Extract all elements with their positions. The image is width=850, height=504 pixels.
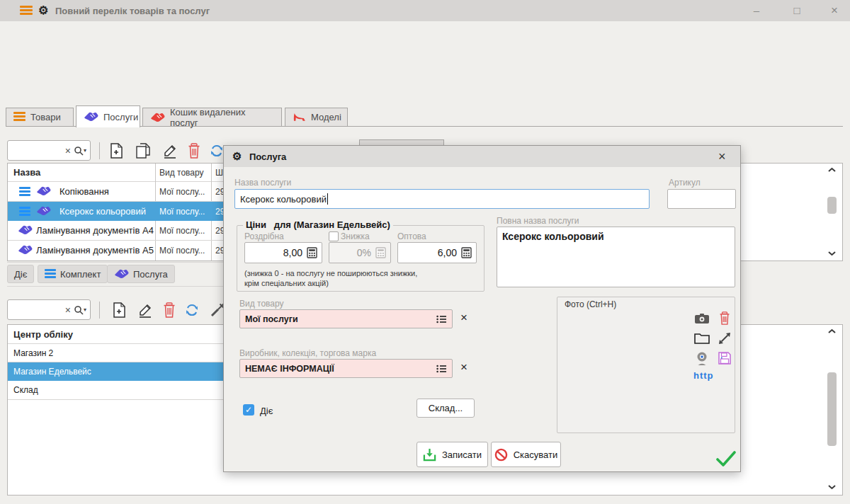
handshake-purple-icon <box>36 186 51 196</box>
filter-active-button[interactable]: Діє <box>7 265 34 283</box>
retail-price-label: Роздрібна <box>244 231 284 241</box>
services-search-clear-icon[interactable]: × <box>65 145 71 156</box>
service-type: Мої послу... <box>159 221 205 240</box>
app-list-icon <box>20 6 33 16</box>
tab-deleted-services[interactable]: Кошик видалених послуг <box>142 108 282 126</box>
calculator-icon <box>375 247 386 258</box>
brand-combo[interactable]: НЕМАЄ ІНФОРМАЦІЇ <box>239 359 453 378</box>
discount-value: 0% <box>357 247 371 258</box>
services-search-dropdown-icon[interactable]: ▾ <box>84 147 86 154</box>
scrollbar-thumb[interactable] <box>827 372 837 446</box>
service-copy-button[interactable] <box>134 142 152 160</box>
handshake-purple-icon <box>114 269 129 279</box>
brand-clear-button[interactable]: × <box>460 362 468 373</box>
cancel-button[interactable]: Скасувати <box>491 442 561 467</box>
maximize-button[interactable]: □ <box>786 0 808 21</box>
close-button[interactable]: × <box>824 0 845 21</box>
centers-search-icon[interactable] <box>74 305 84 315</box>
discount-checkbox[interactable] <box>329 231 339 241</box>
tab-services[interactable]: Послуги <box>76 105 140 127</box>
dialog-close-button[interactable]: × <box>718 149 726 164</box>
goods-list-icon <box>13 112 26 122</box>
wholesale-price-input[interactable]: 6,00 <box>397 242 477 263</box>
filter-service-label: Послуга <box>133 269 168 280</box>
discount-note: (знижка 0 - на послугу не поширюються зн… <box>244 268 417 288</box>
tab-goods-label: Товари <box>30 112 61 122</box>
product-type-combo[interactable]: Мої послуги <box>239 309 453 328</box>
tab-deleted-services-label: Кошик видалених послуг <box>170 107 274 128</box>
folder-icon[interactable] <box>693 330 710 347</box>
discount-input[interactable]: 0% <box>329 242 391 263</box>
tab-models[interactable]: Моделі <box>285 108 348 126</box>
service-name-input[interactable]: Ксерокс кольоровий <box>234 189 650 209</box>
centers-search-dropdown-icon[interactable]: ▾ <box>84 307 86 313</box>
product-type-clear-button[interactable]: × <box>460 312 468 323</box>
service-name-label: Назва послуги <box>234 178 291 188</box>
product-type-value: Мої послуги <box>245 314 436 324</box>
http-link[interactable]: http <box>693 370 714 381</box>
calculator-icon[interactable] <box>461 247 472 258</box>
filter-service-button[interactable]: Послуга <box>107 265 175 283</box>
stock-button-label: Склад... <box>429 403 463 413</box>
scrollbar-up-icon[interactable] <box>827 328 837 334</box>
scrollbar-down-icon[interactable] <box>827 484 837 490</box>
confirm-check-icon[interactable] <box>715 450 737 467</box>
shoe-icon <box>293 113 306 122</box>
centers-search-clear-icon[interactable]: × <box>65 304 71 316</box>
center-delete-button[interactable] <box>160 301 178 319</box>
app-window: ⚙ Повний перелік товарів та послуг – □ ×… <box>0 0 850 504</box>
sku-input[interactable] <box>667 189 736 209</box>
service-add-button[interactable] <box>107 142 125 160</box>
window-title: Повний перелік товарів та послуг <box>55 6 210 16</box>
minimize-button[interactable]: – <box>746 0 767 21</box>
centers-search-input[interactable] <box>11 304 62 316</box>
active-checkbox[interactable]: ✓ <box>243 404 254 416</box>
center-edit-button[interactable] <box>136 301 154 319</box>
filter-bundle-button[interactable]: Комплект <box>38 265 108 283</box>
brand-value: НЕМАЄ ІНФОРМАЦІЇ <box>245 364 436 374</box>
photo-group: Фото (Ctrl+H) http <box>557 297 735 433</box>
save-button[interactable]: Записати <box>416 442 488 467</box>
service-type: Мої послу... <box>159 241 205 260</box>
handshake-purple-icon <box>18 245 33 255</box>
toolbar-separator <box>99 302 100 319</box>
center-add-button[interactable] <box>110 301 128 319</box>
combo-list-icon[interactable] <box>436 314 447 324</box>
wholesale-price-label: Оптова <box>397 231 426 241</box>
column-header-name[interactable]: Назва <box>13 164 40 181</box>
tab-services-label: Послуги <box>103 112 138 122</box>
services-search-input[interactable] <box>11 145 62 156</box>
dialog-gear-icon: ⚙ <box>232 150 242 163</box>
services-search-icon[interactable] <box>74 146 84 156</box>
filter-active-label: Діє <box>14 269 27 280</box>
tab-goods[interactable]: Товари <box>6 108 74 126</box>
full-name-textarea[interactable]: Ксерокс кольоровий <box>497 227 735 287</box>
save-photo-icon[interactable] <box>716 350 733 367</box>
cancel-button-label: Скасувати <box>514 449 558 460</box>
combo-list-icon[interactable] <box>436 364 447 374</box>
scrollbar-up-icon[interactable] <box>827 167 837 173</box>
calculator-icon[interactable] <box>307 247 317 258</box>
service-edit-button[interactable] <box>161 142 179 160</box>
retail-price-input[interactable]: 8,00 <box>244 242 322 263</box>
column-header-type[interactable]: Вид товару <box>159 164 204 181</box>
cancel-icon <box>494 448 508 462</box>
bundle-list-icon <box>45 269 56 280</box>
expand-icon[interactable] <box>716 330 733 347</box>
service-delete-button[interactable] <box>185 142 203 160</box>
tab-models-label: Моделі <box>311 112 341 122</box>
center-refresh-button[interactable] <box>183 301 201 319</box>
service-type: Мої послу... <box>159 182 205 201</box>
centers-search: × ▾ <box>7 299 91 320</box>
scrollbar-down-icon[interactable] <box>827 251 837 256</box>
services-search: × ▾ <box>7 140 91 161</box>
webcam-icon[interactable] <box>693 350 710 367</box>
photo-delete-icon[interactable] <box>716 309 733 326</box>
column-header-center[interactable]: Центр обліку <box>13 325 73 343</box>
camera-icon[interactable] <box>693 310 710 327</box>
scrollbar-thumb[interactable] <box>827 197 837 214</box>
app-gear-icon: ⚙ <box>38 4 48 17</box>
service-name: Ламінування документів А5 <box>36 241 154 260</box>
dialog-title: Послуга <box>249 151 286 162</box>
stock-button[interactable]: Склад... <box>416 399 475 418</box>
